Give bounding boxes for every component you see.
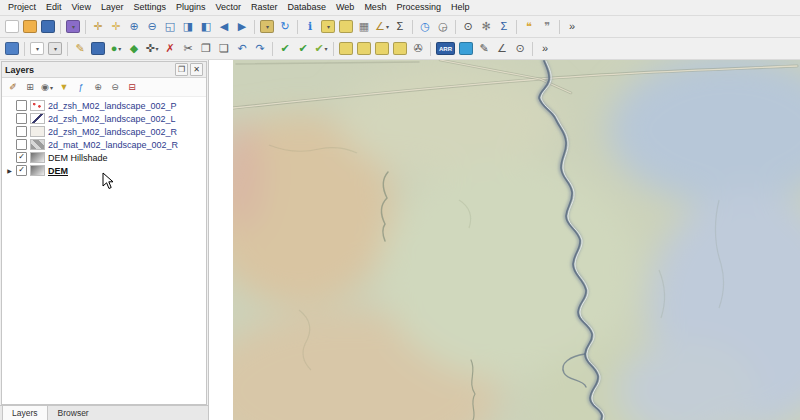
fix-geometries-icon[interactable]: ✔▾ (313, 41, 329, 57)
menu-mesh[interactable]: Mesh (359, 0, 391, 15)
pan-to-selection-icon[interactable]: ✛ (108, 19, 124, 35)
undock-panel-icon[interactable]: ❐ (175, 63, 188, 76)
add-group-icon[interactable]: ⊞ (23, 80, 37, 94)
map-canvas[interactable] (209, 60, 800, 420)
collapse-all-icon[interactable]: ⊖ (108, 80, 122, 94)
annotation-pencil-icon[interactable]: ✎ (476, 41, 492, 57)
zoom-out-icon[interactable]: ⊖ (144, 19, 160, 35)
log-messages-icon[interactable]: ❞ (539, 19, 555, 35)
menu-raster[interactable]: Raster (246, 0, 283, 15)
pin-labels-icon[interactable] (375, 42, 389, 55)
deselect-features-icon[interactable] (339, 20, 353, 33)
layer-label[interactable]: 2d_zsh_M02_landscape_002_L (48, 114, 176, 124)
add-feature-icon[interactable]: ●▾ (108, 41, 124, 57)
filter-by-expression-icon[interactable]: ƒ (74, 80, 88, 94)
close-panel-icon[interactable]: ✕ (190, 63, 203, 76)
layer-label[interactable]: 2d_mat_M02_landscape_002_R (48, 140, 178, 150)
layer-row-2d-zsh-l[interactable]: 2d_zsh_M02_landscape_002_L (2, 112, 206, 125)
locator-search-icon[interactable]: ⊙ (460, 19, 476, 35)
layer-labeling-icon[interactable] (339, 42, 353, 55)
profile-tool-icon[interactable] (459, 42, 473, 55)
layer-checkbox[interactable] (16, 113, 27, 124)
filter-legend-icon[interactable]: ▼ (57, 80, 71, 94)
zoom-last-icon[interactable]: ◀ (216, 19, 232, 35)
map-themes-icon[interactable]: ▾ (48, 42, 62, 55)
menu-processing[interactable]: Processing (391, 0, 446, 15)
zoom-to-layer-icon[interactable]: ◧ (198, 19, 214, 35)
zoom-in-icon[interactable]: ⊕ (126, 19, 142, 35)
paste-features-icon[interactable]: ❏ (216, 41, 232, 57)
new-layer-icon[interactable]: ▾ (30, 42, 44, 55)
layer-checkbox[interactable]: ✓ (16, 165, 27, 176)
menu-layer[interactable]: Layer (96, 0, 129, 15)
redo-icon[interactable]: ↷ (252, 41, 268, 57)
layer-checkbox[interactable] (16, 126, 27, 137)
menu-help[interactable]: Help (446, 0, 475, 15)
show-hidden-labels-icon[interactable]: ✇ (410, 41, 426, 57)
layer-checkbox[interactable] (16, 100, 27, 111)
open-layer-styling-icon[interactable]: ✐ (6, 80, 20, 94)
menu-database[interactable]: Database (283, 0, 332, 15)
check-validity-icon[interactable]: ✔ (295, 41, 311, 57)
tab-layers[interactable]: Layers (2, 405, 48, 420)
measure-profile-icon[interactable]: ∠ (494, 41, 510, 57)
layer-label[interactable]: DEM Hillshade (48, 153, 108, 163)
toggle-editing-icon[interactable]: ✎ (72, 41, 88, 57)
zoom-to-selection-icon[interactable]: ◨ (180, 19, 196, 35)
toolbar-overflow-2-icon[interactable]: » (537, 41, 553, 57)
menu-plugins[interactable]: Plugins (171, 0, 211, 15)
cut-features-icon[interactable]: ✂ (180, 41, 196, 57)
menu-project[interactable]: Project (3, 0, 41, 15)
layer-row-2d-zsh-p[interactable]: 2d_zsh_M02_landscape_002_P (2, 99, 206, 112)
temporal-navigation-icon[interactable]: ◶ (435, 19, 451, 35)
layer-label[interactable]: 2d_zsh_M02_landscape_002_R (48, 127, 177, 137)
layer-checkbox[interactable] (16, 139, 27, 150)
layer-checkbox[interactable]: ✓ (16, 152, 27, 163)
layer-label[interactable]: DEM (48, 166, 68, 176)
save-project-icon[interactable] (41, 20, 55, 33)
layer-row-dem-hillshade[interactable]: ✓ DEM Hillshade (2, 151, 206, 164)
layer-row-dem[interactable]: ▶ ✓ DEM (2, 164, 206, 177)
zoom-full-icon[interactable]: ◱ (162, 19, 178, 35)
toolbar-overflow-1-icon[interactable]: » (564, 19, 580, 35)
menu-edit[interactable]: Edit (41, 0, 67, 15)
layer-row-2d-zsh-r[interactable]: 2d_zsh_M02_landscape_002_R (2, 125, 206, 138)
menu-vector[interactable]: Vector (210, 0, 246, 15)
manage-map-themes-icon[interactable]: ◉▾ (40, 80, 54, 94)
layer-diagram-icon[interactable] (357, 42, 371, 55)
identify-features-icon[interactable]: ℹ (302, 19, 318, 35)
save-layer-edits-icon[interactable] (91, 42, 105, 55)
pan-map-icon[interactable]: ✛ (90, 19, 106, 35)
open-project-icon[interactable] (23, 20, 37, 33)
open-attribute-table-icon[interactable]: ▦ (356, 19, 372, 35)
refresh-map-icon[interactable]: ↻ (277, 19, 293, 35)
menu-view[interactable]: View (67, 0, 96, 15)
menu-settings[interactable]: Settings (128, 0, 171, 15)
tab-browser[interactable]: Browser (48, 405, 99, 420)
statistical-summary-icon[interactable]: Σ (392, 19, 408, 35)
undo-icon[interactable]: ↶ (234, 41, 250, 57)
statistics-panel-icon[interactable]: Σ (496, 19, 512, 35)
vertex-tool-icon[interactable]: ✜▾ (144, 41, 160, 57)
expander-icon[interactable]: ▶ (6, 167, 13, 174)
delete-selected-icon[interactable]: ✗ (162, 41, 178, 57)
check-geometries-icon[interactable]: ✔ (277, 41, 293, 57)
measure-icon[interactable]: ∠▾ (374, 19, 390, 35)
add-record-icon[interactable]: ◆ (126, 41, 142, 57)
expand-all-icon[interactable]: ⊕ (91, 80, 105, 94)
annotations-icon[interactable]: ❝ (521, 19, 537, 35)
copy-features-icon[interactable]: ❐ (198, 41, 214, 57)
layer-label[interactable]: 2d_zsh_M02_landscape_002_P (48, 101, 177, 111)
new-project-icon[interactable] (5, 20, 19, 33)
open-data-source-manager-icon[interactable] (5, 42, 19, 55)
style-manager-icon[interactable]: ▾ (66, 20, 80, 33)
arr-plugin-icon[interactable]: ARR (436, 42, 455, 55)
temporal-controller-icon[interactable]: ◷ (417, 19, 433, 35)
select-features-icon[interactable]: ▾ (321, 20, 335, 33)
menu-web[interactable]: Web (331, 0, 359, 15)
layer-row-2d-mat-r[interactable]: 2d_mat_M02_landscape_002_R (2, 138, 206, 151)
remove-layer-icon[interactable]: ⊟ (125, 80, 139, 94)
new-map-view-icon[interactable]: ▾ (260, 20, 274, 33)
processing-toolbox-icon[interactable]: ✻ (478, 19, 494, 35)
highlight-pinned-labels-icon[interactable] (393, 42, 407, 55)
